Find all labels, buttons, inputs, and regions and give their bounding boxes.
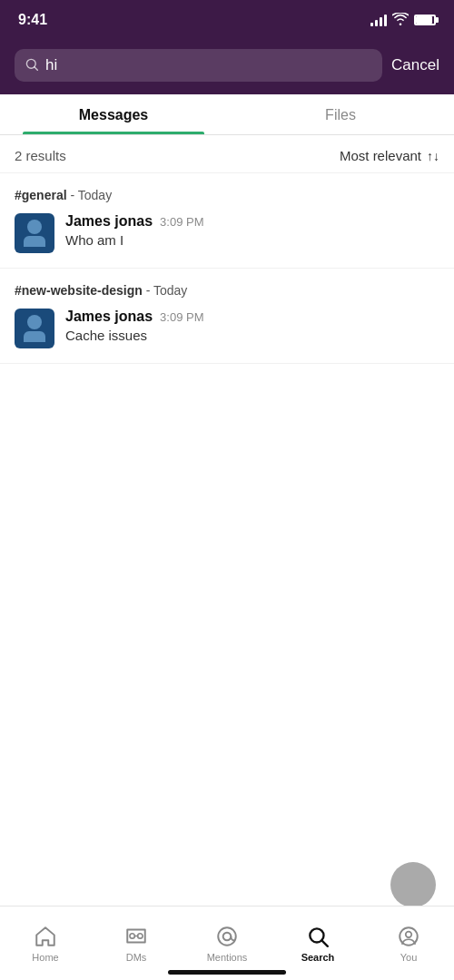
avatar-body (24, 331, 45, 342)
group-header-new-website: #new-website-design - Today (15, 283, 439, 298)
sort-button[interactable]: Most relevant ↑↓ (340, 148, 439, 163)
avatar (15, 213, 54, 253)
search-input-wrap[interactable]: hi (15, 49, 382, 82)
tabs: Messages Files (0, 94, 454, 135)
nav-label-dms: DMs (126, 952, 147, 963)
nav-label-home: Home (32, 952, 58, 963)
status-bar: 9:41 (0, 0, 454, 40)
you-icon (397, 925, 420, 948)
svg-point-9 (406, 931, 412, 937)
mentions-icon (215, 925, 239, 948)
channel-name-new-website: #new-website-design (15, 283, 143, 298)
nav-item-you[interactable]: You (363, 906, 454, 971)
sender-name: James jonas (65, 213, 153, 230)
svg-point-5 (223, 932, 232, 940)
message-content: James jonas 3:09 PM Who am I (65, 213, 439, 248)
message-content: James jonas 3:09 PM Cache issues (65, 309, 439, 343)
bottom-nav: Home DMs Mentions Search You (0, 906, 454, 980)
nav-item-home[interactable]: Home (0, 906, 91, 971)
svg-line-7 (321, 940, 328, 946)
message-text: Cache issues (65, 328, 439, 343)
message-time: 3:09 PM (160, 310, 203, 324)
results-count: 2 results (15, 148, 66, 163)
message-header: James jonas 3:09 PM (65, 309, 439, 325)
nav-label-mentions: Mentions (207, 952, 248, 963)
signal-icon (370, 14, 387, 26)
message-time: 3:09 PM (160, 215, 203, 229)
avatar-head (27, 220, 42, 234)
nav-item-dms[interactable]: DMs (91, 906, 182, 971)
nav-item-search[interactable]: Search (272, 906, 363, 971)
sort-arrow-icon: ↑↓ (427, 149, 439, 163)
status-icons (370, 13, 436, 28)
group-date-2: Today (153, 283, 187, 298)
sort-label: Most relevant (340, 148, 421, 163)
dms-icon (124, 925, 148, 948)
channel-name-general: #general (15, 188, 67, 202)
group-date-1: Today (78, 188, 112, 202)
svg-line-1 (35, 66, 38, 70)
avatar (15, 309, 54, 348)
results-header: 2 results Most relevant ↑↓ (0, 135, 454, 173)
avatar-body (24, 236, 45, 247)
message-header: James jonas 3:09 PM (65, 213, 439, 230)
nav-label-you: You (400, 952, 418, 963)
search-nav-icon (306, 925, 330, 948)
search-query: hi (45, 56, 57, 74)
fab-button[interactable] (390, 862, 436, 907)
wifi-icon (392, 13, 409, 28)
message-group-general: #general - Today James jonas 3:09 PM Who… (0, 173, 454, 269)
message-group-new-website: #new-website-design - Today James jonas … (0, 269, 454, 364)
battery-icon (414, 15, 436, 25)
search-icon (25, 58, 38, 74)
avatar-person (24, 220, 45, 247)
group-separator-2: - (143, 283, 153, 298)
avatar-head (27, 315, 42, 329)
tab-files[interactable]: Files (227, 94, 454, 134)
nav-label-search: Search (301, 952, 335, 963)
tab-messages[interactable]: Messages (0, 94, 227, 134)
nav-item-mentions[interactable]: Mentions (182, 906, 272, 971)
search-bar: hi Cancel (0, 40, 454, 94)
group-separator-1: - (67, 188, 78, 202)
sender-name: James jonas (65, 309, 153, 325)
message-text: Who am I (65, 232, 439, 248)
status-time: 9:41 (18, 12, 47, 28)
home-bar (168, 970, 286, 975)
message-groups: #general - Today James jonas 3:09 PM Who… (0, 173, 454, 364)
svg-point-4 (218, 927, 236, 946)
home-icon (34, 925, 57, 948)
avatar-person (24, 315, 45, 342)
group-header-general: #general - Today (15, 188, 439, 202)
cancel-button[interactable]: Cancel (391, 56, 439, 74)
message-item[interactable]: James jonas 3:09 PM Cache issues (15, 309, 439, 348)
message-item[interactable]: James jonas 3:09 PM Who am I (15, 213, 439, 253)
